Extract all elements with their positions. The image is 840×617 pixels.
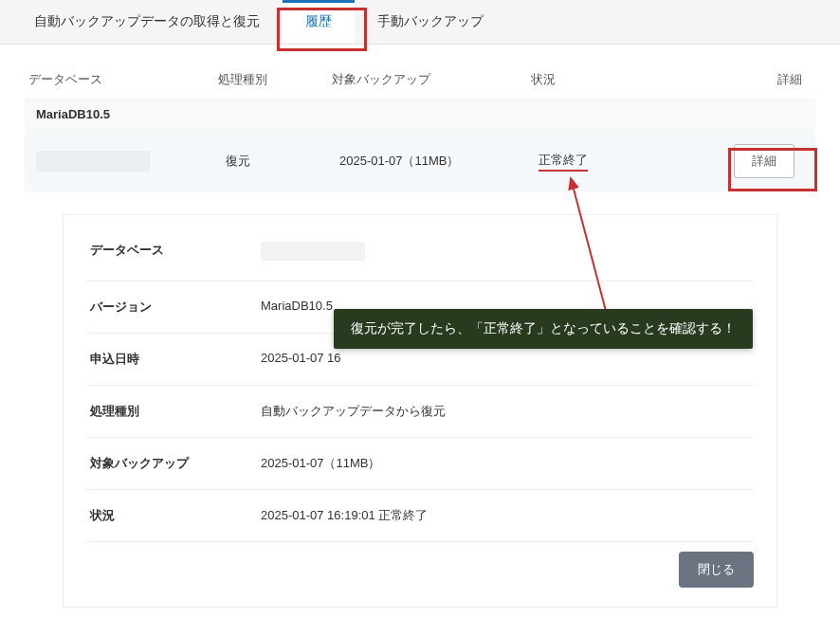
field-label-version: バージョン <box>90 299 261 316</box>
tab-manual-backup[interactable]: 手動バックアップ <box>355 0 506 44</box>
cell-type: 復元 <box>226 153 339 170</box>
field-value-database <box>261 242 750 263</box>
redacted-block <box>261 242 365 261</box>
detail-panel: データベース バージョン MariaDB10.5 申込日時 2025-01-07… <box>63 214 777 608</box>
annotation-callout: 復元が完了したら、「正常終了」となっていることを確認する！ <box>334 309 753 349</box>
field-label-target-backup: 対象バックアップ <box>90 455 261 472</box>
field-value-target-backup: 2025-01-07（11MB） <box>261 455 750 472</box>
field-value-apply-date: 2025-01-07 16 <box>261 351 750 368</box>
cell-status: 正常終了 <box>539 152 700 172</box>
header-detail: 詳細 <box>692 71 812 88</box>
cell-target: 2025-01-07（11MB） <box>339 153 539 170</box>
close-button[interactable]: 閉じる <box>679 552 754 588</box>
field-label-process-type: 処理種別 <box>90 403 261 420</box>
header-status: 状況 <box>531 71 692 88</box>
group-header: MariaDB10.5 <box>25 98 815 131</box>
status-badge: 正常終了 <box>539 152 588 172</box>
field-label-status: 状況 <box>90 507 261 524</box>
cell-database-redacted <box>36 151 150 172</box>
detail-button[interactable]: 詳細 <box>734 144 794 178</box>
field-label-apply-date: 申込日時 <box>90 351 261 368</box>
table-header: データベース 処理種別 対象バックアップ 状況 詳細 <box>25 62 815 98</box>
field-value-process-type: 自動バックアップデータから復元 <box>261 403 750 420</box>
header-type: 処理種別 <box>218 71 332 88</box>
field-value-status: 2025-01-07 16:19:01 正常終了 <box>261 507 750 524</box>
tab-bar: 自動バックアップデータの取得と復元 履歴 手動バックアップ <box>0 0 840 45</box>
header-target: 対象バックアップ <box>332 71 531 88</box>
header-database: データベース <box>28 71 218 88</box>
table-row: 復元 2025-01-07（11MB） 正常終了 詳細 <box>25 131 815 191</box>
field-label-database: データベース <box>90 242 261 263</box>
tab-auto-backup[interactable]: 自動バックアップデータの取得と復元 <box>11 0 283 44</box>
tab-history[interactable]: 履歴 <box>283 0 355 44</box>
